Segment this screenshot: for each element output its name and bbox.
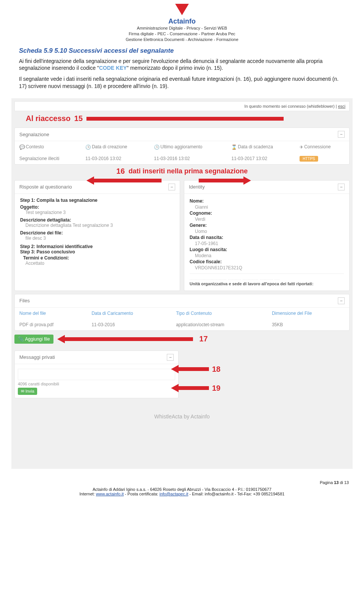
file-name: PDF di prova.pdf (15, 319, 87, 330)
cf-label: Codice fiscale: (190, 259, 344, 264)
logout-link[interactable]: esci (338, 104, 345, 108)
https-badge: HTTPS (300, 156, 318, 162)
descrizione-value: Descrizione dettagliata Test segnalazion… (20, 223, 174, 228)
luogo-value: Modena (190, 253, 344, 258)
cognome-value: Verdi (190, 217, 344, 222)
unita-org-label: Unità organizzativa e sede di lavoro all… (190, 281, 314, 286)
annotation-15: 15 (74, 114, 83, 123)
arrow-icon (86, 116, 350, 121)
identity-panel: Identity − Nome: Gianni Cognome: Verdi G… (184, 180, 350, 291)
annotation-16: 16 (116, 167, 125, 176)
table-row: PDF di prova.pdf 11-03-2016 application/… (15, 319, 349, 330)
messaggi-panel: Messaggi privati − 4096 caratti disponib… (14, 351, 179, 398)
paperclip-icon: 📎 (18, 336, 24, 342)
arrow-icon (57, 336, 195, 342)
nome-label: Nome: (190, 198, 344, 204)
file-desc-label: Descrizione dei file: (20, 230, 63, 236)
p1-text-b: " memorizzato dopo il primo invio (n. 15… (127, 65, 223, 71)
cell-scad: 11-03-2017 13:02 (227, 153, 295, 164)
cell-data-cre: 11-03-2016 13:02 (81, 153, 149, 164)
col-connessione: Connessione (304, 144, 331, 149)
col-nome-file: Nome del file (15, 308, 87, 319)
questionario-title: Risposte al questionario (19, 184, 72, 190)
genere-label: Genere: (190, 223, 344, 228)
cognome-label: Cognome: (190, 211, 344, 216)
message-input[interactable] (18, 369, 175, 380)
hourglass-icon: ⌛ (231, 145, 237, 150)
send-label: Invia (25, 389, 34, 393)
col-data-creazione: Data di creazione (92, 144, 127, 149)
annotation-dati: dati inseriti nella prima segnalazione (129, 167, 248, 175)
tagline-2: Firma digitale - PEC - Conservazione - P… (0, 31, 364, 37)
send-button[interactable]: ✉ Invia (18, 388, 37, 395)
paragraph-2: Il segnalante vede i dati inseriti nella… (19, 75, 345, 90)
segnalazione-table: 💬Contesto 🕒Data di creazione 🕒Ultimo agg… (15, 141, 349, 164)
add-file-button[interactable]: 📎Aggiungi file (14, 335, 53, 344)
chars-remaining: 4096 caratti disponibili (18, 382, 175, 386)
file-desc-value: file desc 3 (20, 236, 174, 241)
clock-icon: 🕒 (154, 145, 160, 150)
questionario-panel: Risposte al questionario − Step 1: Compi… (14, 180, 180, 291)
files-title: Files (19, 298, 30, 303)
embedded-screenshot: In questo momento sei connesso (whistleb… (11, 98, 353, 469)
company-footer: Actainfo di Addari Igino s.a.s. - 64026 … (15, 487, 349, 496)
send-icon: ✈ (300, 145, 303, 150)
arrow-icon (198, 178, 251, 183)
collapse-button[interactable]: − (338, 184, 345, 190)
files-table: Nome del file Data di Caricamento Tipo d… (15, 308, 349, 330)
code-key: CODE KEY (99, 65, 127, 71)
logo-triangle-icon (175, 4, 189, 15)
termini-value: Accettato (20, 261, 174, 266)
segnalazione-title: Segnalazione (19, 132, 49, 137)
nascita-label: Data di nascita: (190, 235, 344, 240)
col-ultimo-agg: Ultimo aggioramento (160, 144, 202, 149)
col-tipo: Tipo di Contenuto (171, 308, 267, 319)
step1-label: Step 1: Compila la tua segnalazione (20, 198, 97, 203)
cf-value: VRDGNN61D17E321Q (190, 265, 344, 270)
cell-ultimo: 11-03-2016 13:02 (149, 153, 227, 164)
collapse-button[interactable]: − (168, 184, 175, 190)
tagline-3: Gestione Elettronica Documenti - Archivi… (0, 37, 364, 42)
col-scadenza: Data di scadenza (238, 144, 273, 149)
annotation-19: 19 (212, 384, 220, 393)
connection-bar: In questo momento sei connesso (whistleb… (14, 101, 350, 111)
col-contesto: Contesto (26, 144, 44, 149)
messaggi-title: Messaggi privati (19, 354, 55, 360)
page-number: Pagina 13 di 13 (15, 480, 349, 485)
doc-header: Actainfo Amministrazione Digitale - Priv… (0, 0, 364, 44)
file-size: 35KB (267, 319, 349, 330)
footer-link-pec[interactable]: info@actapec.it (159, 492, 188, 496)
send-icon: ✉ (21, 389, 24, 393)
paragraph-1: Ai fini dell'integrazione della segnalaz… (19, 58, 345, 72)
arrow-icon (86, 178, 162, 183)
connected-text: In questo momento sei connesso (whistleb… (245, 104, 337, 108)
clock-icon: 🕒 (85, 145, 91, 150)
arrow-icon: 19 (171, 384, 220, 393)
footer-line2: Internet: www.actainfo.it - Posta certif… (15, 492, 349, 496)
col-data-caric: Data di Caricamento (87, 308, 171, 319)
termini-label: Termini e Condizioni: (23, 255, 69, 261)
step2-label: Step 2: Informazioni identificative (20, 244, 93, 249)
nascita-value: 17-05-1961 (190, 241, 344, 246)
speech-icon: 💬 (19, 145, 25, 150)
two-column-row: Risposte al questionario − Step 1: Compi… (14, 180, 350, 291)
collapse-button[interactable]: − (338, 131, 345, 138)
collapse-button[interactable]: − (167, 354, 174, 361)
annotation-17: 17 (199, 335, 208, 343)
identity-title: Identity (189, 184, 205, 190)
oggetto-value: Test segnalazione 3 (20, 210, 174, 215)
arrow-icon: 18 (171, 365, 220, 374)
table-row: Segnalazione illeciti 11-03-2016 13:02 1… (15, 153, 349, 164)
collapse-button[interactable]: − (338, 297, 345, 304)
oggetto-label: Oggetto: (20, 204, 39, 210)
file-type: application/octet-stream (171, 319, 267, 330)
add-file-label: Aggiungi file (25, 336, 50, 342)
luogo-label: Luogo di nascita: (190, 247, 344, 252)
footer-brand: WhistleActa by Actainfo (14, 413, 350, 420)
footer-link-web[interactable]: www.actainfo.it (96, 492, 124, 496)
segnalazione-panel: Segnalazione − 💬Contesto 🕒Data di creazi… (14, 127, 350, 165)
brand-name: Actainfo (0, 17, 364, 25)
col-dim: Dimensione del File (267, 308, 349, 319)
step3-label: Step 3: Passo conclusivo (20, 249, 75, 255)
files-panel: Files − Nome del file Data di Caricament… (14, 294, 350, 331)
